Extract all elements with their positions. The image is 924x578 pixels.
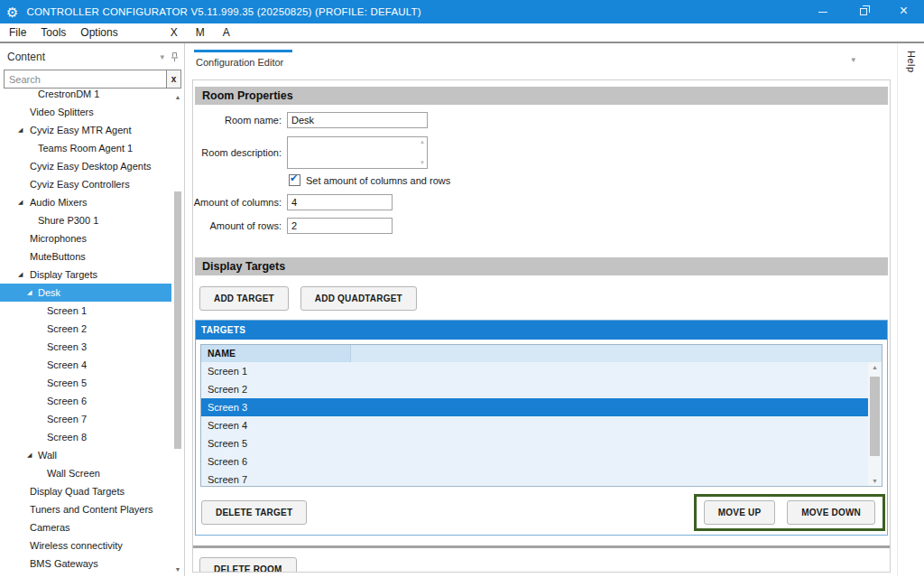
menu-m[interactable]: M: [187, 26, 214, 39]
tree-item-screen-5[interactable]: Screen 5: [0, 374, 171, 392]
target-row-screen-6[interactable]: Screen 6: [201, 452, 868, 471]
tree-item-cameras[interactable]: Cameras: [0, 518, 171, 536]
tree-scrollbar[interactable]: ▲ ▼: [172, 92, 183, 574]
tree-item-microphones[interactable]: Microphones: [0, 229, 171, 247]
tab-configuration-editor[interactable]: Configuration Editor: [194, 50, 292, 73]
target-row-screen-4[interactable]: Screen 4: [201, 416, 868, 434]
menu-bar: FileToolsOptions XMA: [0, 23, 924, 43]
tree-item-audio-mixers[interactable]: ◢Audio Mixers: [0, 193, 171, 211]
textarea-scroll-arrows: ▲ ▼: [420, 139, 425, 165]
set-amount-checkbox[interactable]: ✔: [289, 174, 300, 186]
window-title: CONTROLLER CONFIGURATOR V5.11.999.35 (20…: [26, 6, 420, 17]
tree-item-crestrondm-1[interactable]: CrestronDM 1: [0, 90, 171, 103]
tree-item-label: Wireless connectivity: [30, 540, 123, 551]
amount-columns-input[interactable]: [287, 194, 393, 210]
help-strip: Help: [897, 43, 924, 576]
tree-item-mutebuttons[interactable]: MuteButtons: [0, 247, 171, 266]
restore-button[interactable]: [843, 0, 883, 23]
tab-help[interactable]: Help: [906, 51, 917, 73]
targets-scrollbar-thumb[interactable]: [870, 377, 880, 456]
tree-item-screen-4[interactable]: Screen 4: [0, 356, 171, 374]
expander-icon[interactable]: ◢: [18, 266, 23, 284]
tree-item-screen-8[interactable]: Screen 8: [0, 428, 171, 446]
targets-scrollbar[interactable]: ▲ ▼: [868, 362, 882, 486]
scroll-up-icon[interactable]: ▲: [868, 364, 882, 370]
target-row-screen-7[interactable]: Screen 7: [201, 471, 868, 486]
tree-item-label: Desk: [38, 287, 60, 298]
column-header-filler: [351, 345, 882, 362]
target-row-screen-5[interactable]: Screen 5: [201, 434, 868, 452]
target-row-screen-1[interactable]: Screen 1: [201, 362, 868, 380]
pin-icon[interactable]: [171, 52, 179, 62]
close-button[interactable]: ×: [883, 0, 924, 23]
target-row-screen-2[interactable]: Screen 2: [201, 380, 868, 398]
target-row-screen-3[interactable]: Screen 3: [201, 398, 868, 416]
search-input[interactable]: [4, 70, 167, 89]
tree-item-screen-7[interactable]: Screen 7: [0, 410, 171, 428]
tree-item-screen-6[interactable]: Screen 6: [0, 392, 171, 410]
tree-item-label: Teams Room Agent 1: [38, 143, 133, 154]
tree-item-display-quad-targets[interactable]: Display Quad Targets: [0, 482, 171, 500]
room-name-input[interactable]: [287, 112, 428, 128]
move-up-button[interactable]: MOVE UP: [704, 500, 776, 525]
amount-rows-label: Amount of rows:: [193, 220, 282, 231]
scroll-up-icon[interactable]: ▲: [420, 139, 425, 144]
expander-icon[interactable]: ◢: [18, 193, 23, 211]
menu-tools[interactable]: Tools: [33, 26, 73, 39]
tree-item-label: Screen 3: [47, 341, 87, 352]
scroll-down-icon[interactable]: ▼: [868, 478, 882, 484]
tree-item-teams-room-agent-1[interactable]: Teams Room Agent 1: [0, 139, 171, 157]
tree-item-cyviz-easy-desktop-agents[interactable]: Cyviz Easy Desktop Agents: [0, 157, 171, 175]
add-buttons-row: ADD TARGET ADD QUADTARGET: [199, 286, 890, 311]
tree-item-bms-gateways[interactable]: BMS Gateways: [0, 555, 171, 573]
expander-icon[interactable]: ◢: [18, 121, 23, 139]
search-clear-button[interactable]: x: [167, 70, 181, 89]
chevron-down-icon[interactable]: ▾: [160, 52, 164, 61]
tree-item-cyviz-easy-mtr-agent[interactable]: ◢Cyviz Easy MTR Agent: [0, 121, 171, 139]
tree-item-desk[interactable]: ◢Desk: [0, 284, 171, 302]
expander-icon[interactable]: ◢: [27, 446, 32, 464]
scroll-down-icon[interactable]: ▼: [172, 566, 183, 573]
add-quadtarget-button[interactable]: ADD QUADTARGET: [300, 286, 417, 311]
add-target-button[interactable]: ADD TARGET: [199, 286, 289, 311]
amount-columns-row: Amount of columns:: [193, 194, 890, 210]
move-down-button[interactable]: MOVE DOWN: [787, 500, 875, 525]
tree-item-wall-screen[interactable]: Wall Screen: [0, 464, 171, 482]
menu-x[interactable]: X: [162, 26, 187, 39]
window-controls: ×: [802, 0, 924, 23]
tree-item-label: Video Splitters: [30, 107, 94, 117]
menu-file[interactable]: File: [2, 26, 33, 39]
check-icon: ✔: [290, 172, 298, 183]
tree-item-label: Cyviz Easy Controllers: [30, 179, 130, 190]
tree-item-label: Screen 7: [47, 414, 87, 424]
delete-target-button[interactable]: DELETE TARGET: [201, 500, 307, 525]
tree-item-screen-3[interactable]: Screen 3: [0, 338, 171, 356]
tree-item-wireless-connectivity[interactable]: Wireless connectivity: [0, 536, 171, 555]
app-gear-icon: ⚙: [6, 5, 18, 19]
restore-icon: [860, 8, 867, 15]
content-panel-header: Content ▾: [0, 47, 184, 67]
display-targets-header: Display Targets: [195, 257, 888, 275]
tree-item-display-targets[interactable]: ◢Display Targets: [0, 266, 171, 284]
expander-icon[interactable]: ◢: [27, 284, 32, 302]
room-description-input[interactable]: [287, 136, 428, 169]
title-bar: ⚙ CONTROLLER CONFIGURATOR V5.11.999.35 (…: [0, 0, 924, 23]
tree-scrollbar-thumb[interactable]: [174, 191, 181, 449]
tree-item-wall[interactable]: ◢Wall: [0, 446, 171, 464]
minimize-button[interactable]: [802, 0, 843, 23]
scroll-down-icon[interactable]: ▼: [420, 160, 425, 165]
targets-footer: DELETE TARGET MOVE UP MOVE DOWN: [196, 491, 887, 535]
chevron-down-icon[interactable]: ▾: [851, 55, 855, 64]
amount-rows-input[interactable]: [287, 218, 393, 234]
tree-item-shure-p300-1[interactable]: Shure P300 1: [0, 211, 171, 229]
tree-item-video-splitters[interactable]: Video Splitters: [0, 103, 171, 121]
delete-room-button[interactable]: DELETE ROOM: [199, 557, 297, 573]
tree-item-screen-1[interactable]: Screen 1: [0, 302, 171, 320]
menu-options[interactable]: Options: [73, 26, 125, 39]
name-column-header[interactable]: NAME: [201, 345, 351, 362]
scroll-up-icon[interactable]: ▲: [172, 94, 183, 100]
tree-item-cyviz-easy-controllers[interactable]: Cyviz Easy Controllers: [0, 175, 171, 193]
menu-a[interactable]: A: [214, 26, 239, 39]
tree-item-screen-2[interactable]: Screen 2: [0, 320, 171, 338]
tree-item-tuners-and-content-players[interactable]: Tuners and Content Players: [0, 500, 171, 518]
